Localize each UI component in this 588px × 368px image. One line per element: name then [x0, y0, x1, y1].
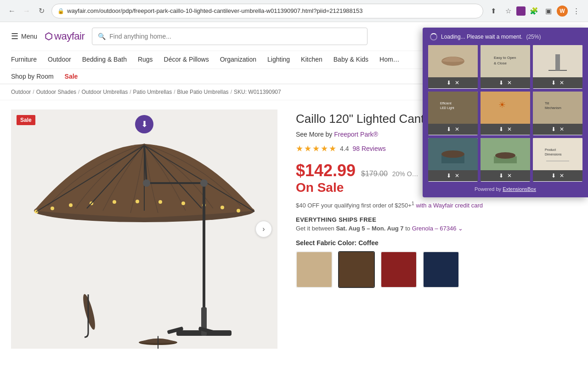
ext-thumb-open-9[interactable]: ✕	[560, 172, 564, 179]
nav-lighting[interactable]: Lighting	[267, 51, 290, 69]
breadcrumb-outdoor-umbrellas[interactable]: Outdoor Umbrellas	[81, 89, 128, 95]
brand-see-more: See More by	[296, 131, 332, 138]
nav-sale[interactable]: Sale	[65, 73, 78, 80]
ext-thumb-open-8[interactable]: ✕	[507, 172, 512, 179]
ext-thumb-download-8[interactable]: ⬇	[499, 172, 503, 179]
credit-card-link[interactable]: with a Wayfair credit card	[416, 202, 482, 209]
forward-button[interactable]: →	[20, 5, 33, 17]
ext-thumb-open-2[interactable]: ✕	[507, 80, 512, 86]
logo-text: wayfair	[54, 30, 85, 42]
more-options[interactable]: ⋮	[570, 5, 582, 17]
menu-button[interactable]: ☰ Menu	[11, 31, 37, 41]
search-input[interactable]	[109, 33, 362, 40]
svg-text:Dimensions: Dimensions	[545, 153, 562, 156]
swatch-navy[interactable]	[423, 251, 459, 288]
nav-furniture[interactable]: Furniture	[11, 51, 37, 69]
svg-text:& Close: & Close	[494, 61, 507, 65]
svg-text:Product: Product	[545, 148, 556, 151]
breadcrumb-sep-2: /	[78, 89, 79, 95]
svg-point-3	[51, 207, 54, 210]
color-label-text: Select Fabric Color:	[296, 239, 356, 247]
ext-thumb-7[interactable]: ⬇ ✕	[428, 138, 478, 182]
review-count-link[interactable]: 98 Reviews	[352, 145, 385, 152]
product-image	[11, 109, 277, 349]
ext-thumb-open-4[interactable]: ✕	[455, 126, 459, 132]
ext-thumb-download-6[interactable]: ⬇	[551, 126, 556, 132]
rating-number: 4.4	[340, 145, 349, 152]
breadcrumb-outdoor[interactable]: Outdoor	[11, 89, 31, 95]
extension-overlay: Loading... Please wait a moment. (25%) ⬇…	[423, 28, 588, 197]
brand-link[interactable]: Freeport Park®	[334, 131, 378, 138]
ext-thumb-9[interactable]: ProductDimensions ⬇ ✕	[533, 138, 582, 182]
delivery-dates: Sat. Aug 5 – Mon. Aug 7	[336, 225, 403, 232]
wayfair-logo[interactable]: ⬡ wayfair	[45, 30, 85, 42]
delivery-to: to	[405, 225, 410, 232]
ext-thumb-3[interactable]: ⬇ ✕	[533, 45, 582, 89]
nav-outdoor[interactable]: Outdoor	[48, 51, 71, 69]
swatch-coffee[interactable]	[338, 251, 375, 288]
credit-superscript: 1	[412, 201, 414, 206]
nav-baby[interactable]: Baby & Kids	[334, 51, 368, 69]
chevron-down-icon: ⌄	[458, 225, 463, 232]
nav-bedding[interactable]: Bedding & Bath	[82, 51, 127, 69]
puzzle-icon[interactable]: 🧩	[527, 5, 540, 17]
nav-organization[interactable]: Organization	[220, 51, 256, 69]
breadcrumb-blue-patio[interactable]: Blue Patio Umbrellas	[177, 89, 229, 95]
breadcrumb-outdoor-shades[interactable]: Outdoor Shades	[36, 89, 76, 95]
color-value: Coffee	[358, 239, 379, 247]
ext-thumb-download-7[interactable]: ⬇	[447, 172, 451, 179]
share-button[interactable]: ⬆	[487, 5, 500, 17]
svg-point-44	[495, 152, 515, 159]
svg-text:LED Light: LED Light	[440, 106, 454, 110]
sidebar-toggle[interactable]: ▣	[542, 5, 555, 17]
shipping-section: EVERYTHING SHIPS FREE Get it between Sat…	[296, 216, 577, 232]
delivery-get-it: Get it between	[296, 225, 334, 232]
ext-thumb-5[interactable]: ☀ ⬇ ✕	[481, 92, 530, 135]
gallery-next-button[interactable]: ›	[255, 221, 272, 237]
original-price: $179.00	[361, 170, 388, 178]
breadcrumb-sku: SKU: W011390907	[234, 89, 281, 95]
nav-shop-by-room[interactable]: Shop by Room	[11, 73, 54, 80]
swatch-rose-red[interactable]	[380, 251, 417, 288]
bookmark-button[interactable]: ☆	[502, 5, 514, 17]
search-bar[interactable]: 🔍	[92, 28, 368, 45]
breadcrumb-sep-5: /	[231, 89, 232, 95]
ext-thumb-download-4[interactable]: ⬇	[447, 126, 451, 132]
nav-decor[interactable]: Décor & Pillows	[164, 51, 209, 69]
ext-thumb-4[interactable]: EfficientLED Light ⬇ ✕	[428, 92, 478, 135]
back-button[interactable]: ←	[6, 5, 18, 17]
user-avatar[interactable]: W	[557, 6, 568, 17]
nav-kitchen[interactable]: Kitchen	[301, 51, 322, 69]
svg-point-6	[113, 200, 116, 204]
extension-icon-purple[interactable]	[516, 6, 526, 16]
svg-point-8	[158, 200, 162, 204]
ext-thumb-open-5[interactable]: ✕	[507, 126, 512, 132]
ext-link[interactable]: ExtensionsBox	[503, 186, 536, 192]
ext-thumb-download-9[interactable]: ⬇	[551, 172, 556, 179]
ext-thumb-1[interactable]: ⬇ ✕	[428, 45, 478, 89]
on-sale-label: On Sale	[296, 180, 344, 195]
ext-thumb-download-1[interactable]: ⬇	[447, 80, 451, 86]
ext-thumb-download-2[interactable]: ⬇	[499, 80, 503, 86]
swatch-beige[interactable]	[296, 251, 333, 288]
ext-thumb-download-5[interactable]: ⬇	[499, 126, 503, 132]
ext-thumb-open-6[interactable]: ✕	[560, 126, 564, 132]
nav-rugs[interactable]: Rugs	[138, 51, 153, 69]
ext-thumb-8[interactable]: ⬇ ✕	[481, 138, 530, 182]
ext-thumb-2[interactable]: Easy to Open& Close ⬇ ✕	[481, 45, 530, 89]
delivery-text: Get it between Sat. Aug 5 – Mon. Aug 7 t…	[296, 225, 577, 232]
address-bar[interactable]: 🔒 wayfair.com/outdoor/pdp/freeport-park-…	[51, 4, 483, 18]
reload-button[interactable]: ↻	[35, 5, 48, 17]
breadcrumb-patio-umbrellas[interactable]: Patio Umbrellas	[133, 89, 172, 95]
loading-spinner	[430, 33, 437, 40]
ext-thumb-open-3[interactable]: ✕	[560, 80, 564, 86]
ext-thumb-6[interactable]: TiltMechanism ⬇ ✕	[533, 92, 582, 135]
ext-thumbnail-grid: ⬇ ✕ Easy to Open& Close ⬇ ✕ ⬇ ✕	[428, 45, 582, 182]
download-button[interactable]: ⬇	[135, 115, 153, 133]
nav-more[interactable]: Hom…	[379, 51, 400, 69]
ext-powered-by: Powered by	[475, 186, 501, 192]
ext-thumb-open-1[interactable]: ✕	[455, 80, 459, 86]
delivery-location-link[interactable]: Grenola – 67346 ⌄	[412, 225, 463, 232]
ext-thumb-open-7[interactable]: ✕	[455, 172, 459, 179]
ext-thumb-download-3[interactable]: ⬇	[551, 80, 556, 86]
